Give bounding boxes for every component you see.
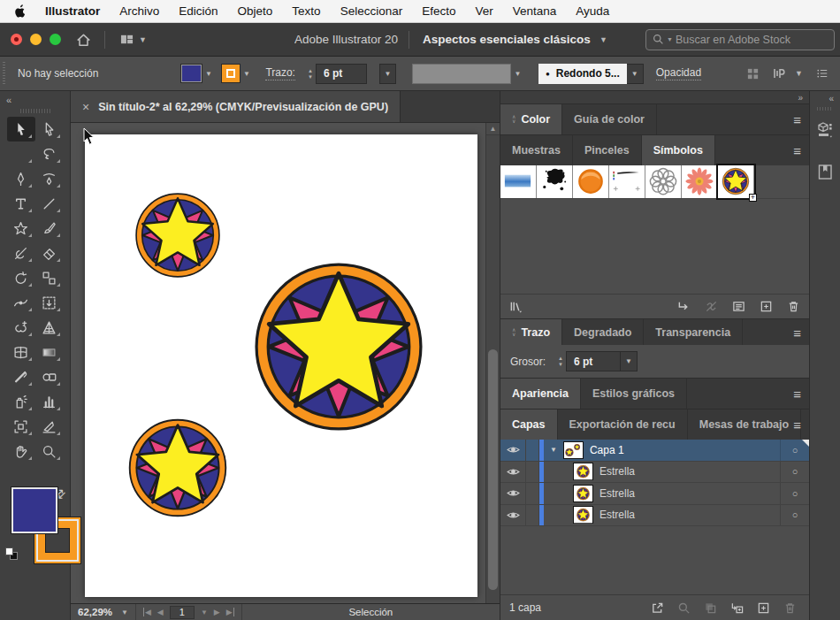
tool-pen[interactable] (7, 166, 35, 191)
tab-transparencia[interactable]: Transparencia (644, 319, 743, 345)
new-sublayer-icon[interactable] (730, 601, 744, 615)
layer-row-estrella[interactable]: Estrella○ (500, 462, 809, 484)
dock-expand-icon[interactable]: » (798, 93, 802, 103)
symbol-orange-orb[interactable] (573, 165, 609, 198)
tool-mesh[interactable] (7, 340, 35, 364)
tool-column-graph[interactable] (35, 389, 64, 414)
tab-guia-de-color[interactable]: Guía de color (562, 104, 657, 134)
layer-row-estrella[interactable]: Estrella○ (500, 505, 809, 527)
lock-toggle[interactable] (526, 440, 539, 461)
stroke-color-swatch[interactable] (222, 65, 240, 82)
tool-shaper[interactable] (7, 241, 35, 265)
lock-toggle[interactable] (526, 483, 539, 504)
last-artboard-icon[interactable]: ▶ (226, 608, 234, 616)
canvas[interactable]: ▲ (71, 123, 500, 603)
document-setup-chevron-icon[interactable]: ▼ (795, 69, 803, 78)
tool-type[interactable] (7, 191, 35, 216)
menu-seleccionar[interactable]: Seleccionar (331, 4, 413, 18)
tab-trazo[interactable]: ∧∨Trazo (500, 319, 562, 345)
tool-shape-builder[interactable] (7, 315, 35, 340)
visibility-eye-icon[interactable] (500, 440, 526, 461)
document-setup-control[interactable]: ▼ (772, 66, 803, 80)
layer-row-estrella[interactable]: Estrella○ (500, 483, 809, 505)
color-panel-menu-icon[interactable]: ≡ (793, 113, 801, 126)
break-symbol-link-icon[interactable] (705, 300, 718, 313)
weight-value[interactable]: 6 pt (566, 351, 621, 371)
symbol-star-badge[interactable]: + (718, 165, 754, 198)
artboard-number-field[interactable]: 1 (170, 606, 195, 619)
symbol-brushed-line[interactable] (609, 165, 645, 198)
brush-chevron-icon[interactable]: ▼ (627, 64, 644, 84)
control-bar-grip[interactable] (3, 62, 5, 85)
zoom-control[interactable]: 62,29% ▼ (71, 604, 135, 620)
stroke-weight-chevron-icon[interactable]: ▼ (379, 64, 396, 84)
layer-thumbnail[interactable] (563, 441, 584, 459)
artboard[interactable] (85, 134, 477, 597)
tool-free-transform[interactable] (35, 290, 64, 315)
symbol-options-icon[interactable] (732, 300, 745, 313)
make-clipping-mask-icon[interactable] (704, 601, 717, 615)
menu-illustrator[interactable]: Illustrator (35, 4, 110, 18)
stroke-weight-label[interactable]: Trazo: (265, 66, 295, 80)
appearance-panel-menu-icon[interactable]: ≡ (793, 387, 801, 401)
layer-label[interactable]: Estrella (599, 465, 635, 478)
toolbar-grip[interactable] (20, 109, 50, 113)
width-profile-chevron-icon[interactable]: ▼ (511, 65, 524, 82)
target-circle-icon[interactable]: ○ (780, 483, 809, 504)
expand-chevron-icon[interactable]: ▼ (550, 446, 557, 454)
tool-symbol-sprayer[interactable] (7, 389, 35, 414)
tool-eraser[interactable] (35, 241, 64, 265)
strip-collapse-icon[interactable]: « (829, 91, 840, 103)
visibility-eye-icon[interactable] (500, 462, 526, 483)
scroll-up-icon[interactable]: ▲ (486, 123, 500, 135)
target-circle-icon[interactable]: ○ (780, 462, 809, 483)
delete-symbol-icon[interactable] (787, 300, 800, 313)
tool-blend[interactable] (35, 364, 64, 389)
symbols-panel-menu-icon[interactable]: ≡ (793, 144, 801, 157)
tool-perspective-grid[interactable] (35, 315, 64, 340)
tool-scale[interactable] (35, 265, 64, 290)
arrange-documents-icon[interactable] (119, 33, 134, 46)
document-grid-icon[interactable] (746, 67, 760, 80)
vertical-scroll-thumb[interactable] (488, 349, 498, 590)
stroke-weight-stepper[interactable]: ▲▼ (308, 68, 313, 80)
layer-label[interactable]: Capa 1 (590, 444, 624, 456)
tab-exportacion-de-recu[interactable]: Exportación de recu (558, 410, 688, 440)
tool-magic-wand[interactable] (7, 142, 35, 166)
layer-thumbnail[interactable] (573, 506, 593, 524)
vertical-scrollbar[interactable]: ▲ (485, 123, 500, 603)
new-symbol-icon[interactable] (760, 300, 773, 313)
control-panel-menu-icon[interactable] (815, 67, 829, 80)
opacity-label[interactable]: Opacidad (656, 66, 701, 80)
width-profile-dropdown[interactable] (412, 64, 511, 84)
tool-eyedropper[interactable] (7, 364, 35, 389)
home-button[interactable] (75, 32, 92, 48)
document-tab[interactable]: × Sin título-2* al 62,29% (CMYK/Previsua… (71, 91, 401, 122)
stroke-chevron-icon[interactable]: ▼ (240, 65, 253, 82)
tab-estilos-graficos[interactable]: Estilos gráficos (581, 379, 687, 409)
lock-toggle[interactable] (526, 462, 539, 483)
zoom-value[interactable]: 62,29% (78, 607, 112, 617)
menu-edicion[interactable]: Edición (169, 4, 227, 18)
tab-muestras[interactable]: Muestras (500, 135, 573, 165)
target-circle-icon[interactable]: ○ (780, 440, 809, 461)
panel-collapse-icon[interactable]: ∧∨ (512, 328, 515, 337)
default-fill-stroke-icon[interactable] (5, 547, 18, 560)
tool-star[interactable] (7, 216, 35, 241)
tool-zoom[interactable] (35, 439, 64, 463)
layers-panel-menu-icon[interactable]: ≡ (793, 418, 801, 432)
tool-artboard[interactable] (7, 414, 35, 439)
menu-efecto[interactable]: Efecto (412, 4, 465, 18)
close-window-button[interactable] (11, 34, 22, 45)
menu-objeto[interactable]: Objeto (228, 4, 283, 18)
previous-artboard-icon[interactable]: ◀ (157, 608, 164, 616)
fill-color-control[interactable]: ▼ (181, 65, 215, 82)
tab-capas[interactable]: Capas (500, 410, 558, 440)
fill-proxy[interactable] (11, 487, 57, 533)
artboard-chevron-icon[interactable]: ▼ (201, 609, 208, 616)
strip-grip[interactable] (817, 107, 833, 111)
tool-gradient[interactable] (35, 340, 64, 364)
weight-stepper[interactable]: ▲▼ (558, 356, 563, 367)
tab-apariencia[interactable]: Apariencia (500, 379, 581, 409)
tab-simbolos[interactable]: Símbolos (642, 135, 715, 165)
